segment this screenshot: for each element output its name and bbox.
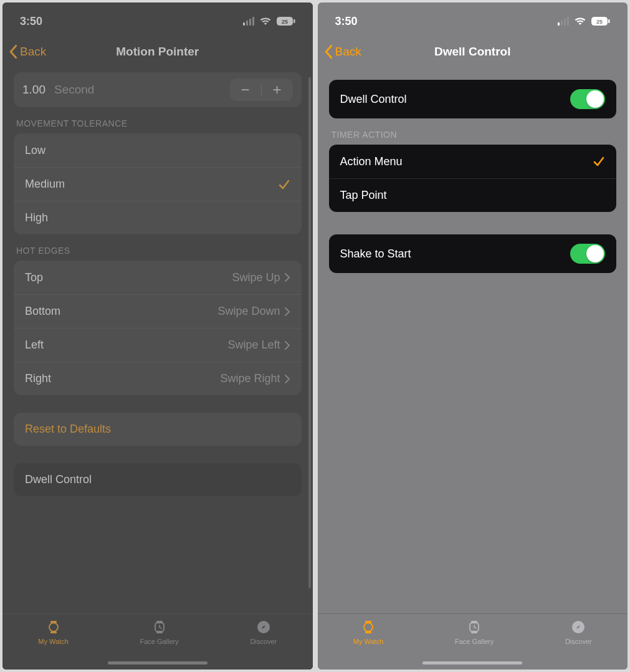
row-value: Swipe Up: [232, 271, 280, 284]
row-value: Swipe Right: [220, 372, 280, 385]
tab-label: Discover: [565, 638, 592, 645]
compass-icon: [570, 619, 586, 635]
row-label: Left: [25, 338, 227, 352]
tab-label: Face Gallery: [455, 638, 494, 645]
cellular-icon: [243, 17, 254, 26]
dwell-control-toggle-row: Dwell Control: [329, 80, 617, 118]
duration-value: 1.00: [22, 83, 45, 97]
svg-rect-11: [608, 19, 610, 23]
duration-stepper: − +: [230, 79, 293, 101]
back-label: Back: [335, 45, 361, 59]
row-label: Shake to Start: [340, 247, 571, 261]
content: 1.00 Second − + MOVEMENT TOLERANCE Low M…: [2, 69, 313, 613]
chevron-right-icon: [284, 307, 290, 317]
timer-action-menu[interactable]: Action Menu: [329, 145, 617, 178]
status-time: 3:50: [335, 15, 358, 28]
movement-tolerance-group: Low Medium High: [14, 133, 302, 234]
tab-discover[interactable]: Discover: [565, 619, 592, 645]
status-bar: 3:50 25: [318, 2, 628, 35]
status-time: 3:50: [20, 15, 42, 28]
watch-icon: [360, 619, 376, 635]
shake-to-start-toggle[interactable]: [570, 244, 605, 264]
scroll-indicator[interactable]: [308, 77, 311, 588]
cellular-icon: [558, 17, 569, 26]
chevron-right-icon: [284, 272, 290, 282]
timer-action-header: TIMER ACTION: [329, 118, 617, 145]
hot-edge-right[interactable]: Right Swipe Right: [14, 362, 302, 395]
back-button[interactable]: Back: [9, 44, 46, 59]
watch-icon: [45, 619, 62, 635]
chevron-left-icon: [324, 44, 334, 59]
page-title: Motion Pointer: [2, 45, 313, 59]
dwell-control-link[interactable]: Dwell Control: [14, 463, 302, 496]
hot-edge-left[interactable]: Left Swipe Left: [14, 328, 302, 362]
reset-to-defaults-button[interactable]: Reset to Defaults: [14, 413, 302, 446]
option-label: Medium: [25, 178, 278, 191]
tab-label: My Watch: [353, 638, 384, 645]
svg-rect-1: [294, 19, 295, 23]
tab-label: My Watch: [38, 638, 69, 645]
option-label: High: [25, 211, 290, 224]
chevron-left-icon: [9, 44, 19, 59]
compass-icon: [255, 619, 272, 635]
duration-stepper-row: 1.00 Second − +: [14, 72, 302, 107]
svg-point-15: [364, 623, 373, 631]
movement-option-high[interactable]: High: [14, 201, 302, 234]
option-label: Low: [25, 144, 290, 157]
back-button[interactable]: Back: [324, 44, 361, 59]
duration-unit: Second: [54, 83, 230, 97]
row-label: Dwell Control: [340, 93, 571, 106]
home-indicator[interactable]: [108, 661, 208, 665]
dwell-control-toggle-group: Dwell Control: [329, 80, 617, 118]
dwell-control-toggle[interactable]: [570, 89, 605, 109]
row-label: Top: [25, 271, 232, 284]
svg-text:25: 25: [281, 19, 287, 25]
checkmark-icon: [278, 178, 290, 191]
checkmark-icon: [593, 155, 605, 168]
tab-face-gallery[interactable]: Face Gallery: [140, 619, 178, 645]
svg-point-5: [49, 623, 58, 631]
nav-bar: Back Motion Pointer: [2, 35, 313, 69]
movement-option-medium[interactable]: Medium: [14, 167, 302, 201]
content: Dwell Control TIMER ACTION Action Menu T…: [318, 69, 628, 613]
reset-label: Reset to Defaults: [25, 423, 111, 435]
watch-face-icon: [151, 619, 168, 635]
back-label: Back: [20, 45, 46, 59]
row-label: Right: [25, 372, 220, 385]
tab-my-watch[interactable]: My Watch: [38, 619, 69, 645]
shake-to-start-row: Shake to Start: [329, 234, 617, 273]
wifi-icon: [259, 17, 272, 26]
battery-icon: 25: [591, 17, 610, 26]
status-bar: 3:50 25: [2, 2, 313, 35]
hot-edge-bottom[interactable]: Bottom Swipe Down: [14, 294, 302, 328]
stepper-increment[interactable]: +: [262, 79, 293, 101]
stepper-decrement[interactable]: −: [230, 79, 261, 101]
watch-face-icon: [466, 619, 482, 635]
page-title: Dwell Control: [318, 45, 628, 59]
movement-option-low[interactable]: Low: [14, 133, 302, 167]
hot-edges-group: Top Swipe Up Bottom Swipe Down Left Swip…: [14, 261, 302, 395]
timer-tap-point[interactable]: Tap Point: [329, 178, 617, 212]
tab-my-watch[interactable]: My Watch: [353, 619, 384, 645]
home-indicator[interactable]: [422, 661, 522, 665]
tab-label: Discover: [250, 638, 277, 645]
shake-to-start-group: Shake to Start: [329, 234, 617, 273]
status-right: 25: [243, 17, 295, 26]
status-right: 25: [558, 17, 610, 26]
svg-text:25: 25: [596, 19, 603, 25]
tab-label: Face Gallery: [140, 638, 178, 645]
nav-bar: Back Dwell Control: [318, 35, 628, 69]
tab-discover[interactable]: Discover: [250, 619, 277, 645]
screen-motion-pointer: 3:50 25 Back Motion Pointer 1.00 Second …: [2, 2, 313, 670]
wifi-icon: [574, 17, 586, 26]
chevron-right-icon: [284, 340, 290, 350]
tab-face-gallery[interactable]: Face Gallery: [455, 619, 494, 645]
row-label: Dwell Control: [25, 473, 92, 486]
movement-tolerance-header: MOVEMENT TOLERANCE: [14, 107, 302, 133]
row-value: Swipe Left: [227, 338, 280, 352]
row-label: Bottom: [25, 305, 217, 318]
screen-dwell-control: 3:50 25 Back Dwell Control Dwell Control: [318, 2, 628, 670]
battery-icon: 25: [277, 17, 295, 26]
hot-edge-top[interactable]: Top Swipe Up: [14, 261, 302, 294]
timer-action-group: Action Menu Tap Point: [329, 145, 617, 212]
